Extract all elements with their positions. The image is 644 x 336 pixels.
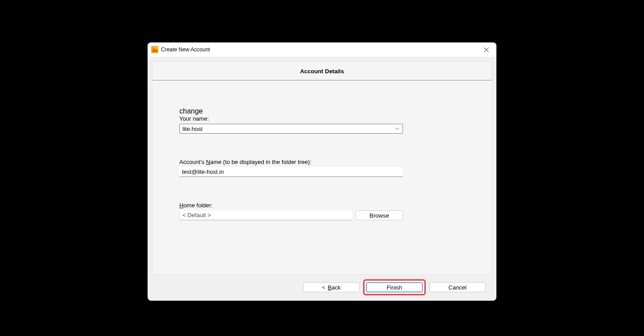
dialog-title: Create New Account [161, 46, 210, 53]
section-title: Account Details [153, 62, 491, 80]
your-name-combo[interactable]: lite.host [179, 124, 403, 134]
form-panel: Account Details change Your name: lite.h… [152, 61, 492, 275]
back-arrow-icon: < [322, 285, 325, 290]
form-area: change Your name: lite.host Account's Na… [153, 80, 491, 220]
app-icon [151, 46, 158, 53]
finish-highlight: Finish [363, 279, 426, 295]
home-folder-input[interactable]: < Default > [179, 210, 352, 220]
chevron-down-icon [394, 127, 401, 130]
back-button[interactable]: < Back [303, 282, 360, 292]
create-account-dialog: Create New Account Account Details chang… [148, 42, 496, 301]
home-folder-group: Home folder: < Default > Browse [179, 202, 465, 220]
account-name-group: Account's Name (to be displayed in the f… [179, 159, 465, 177]
svg-rect-0 [151, 46, 158, 53]
finish-button[interactable]: Finish [366, 282, 423, 292]
cancel-button[interactable]: Cancel [429, 282, 486, 292]
close-icon [484, 47, 489, 52]
svg-point-1 [156, 47, 157, 49]
button-row: < Back Finish Cancel [152, 275, 492, 301]
close-button[interactable] [476, 42, 496, 57]
account-name-label: Account's Name (to be displayed in the f… [179, 159, 465, 165]
your-name-label: Your name: [179, 115, 465, 122]
titlebar: Create New Account [148, 42, 496, 57]
your-name-value: lite.host [182, 126, 394, 132]
home-folder-value: < Default > [182, 212, 211, 218]
your-name-group: Your name: lite.host [179, 115, 465, 134]
account-name-input[interactable] [179, 167, 403, 177]
content-area: Account Details change Your name: lite.h… [148, 57, 496, 301]
home-folder-label: Home folder: [179, 202, 465, 209]
browse-button[interactable]: Browse [356, 210, 403, 220]
